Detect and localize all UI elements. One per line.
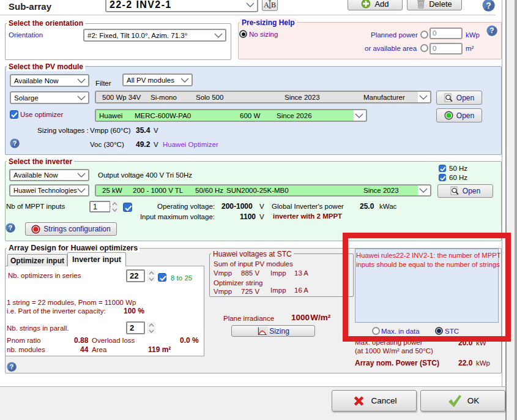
svg-text:B: B: [271, 1, 276, 9]
svg-text:?: ?: [486, 1, 491, 10]
svg-text:?: ?: [10, 363, 14, 370]
svg-text:?: ?: [489, 26, 494, 35]
svg-text:?: ?: [13, 140, 17, 147]
svg-text:?: ?: [9, 224, 13, 231]
svg-text:A: A: [264, 1, 269, 9]
